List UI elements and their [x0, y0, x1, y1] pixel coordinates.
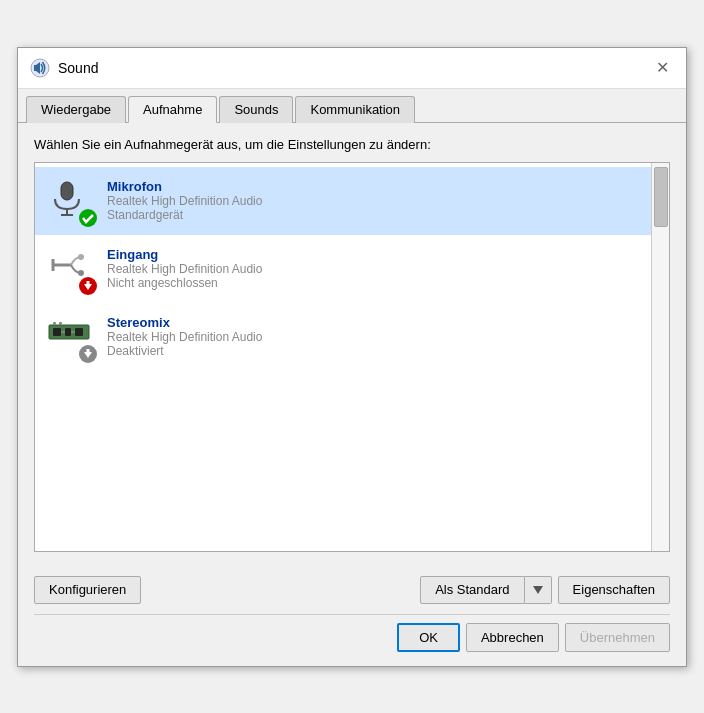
stereomix-status: Deaktiviert	[107, 344, 639, 358]
mikrofon-status: Standardgerät	[107, 208, 639, 222]
tab-aufnahme[interactable]: Aufnahme	[128, 96, 217, 123]
device-item-stereomix[interactable]: Stereomix Realtek High Definition Audio …	[35, 303, 651, 371]
svg-marker-25	[533, 586, 543, 594]
stereomix-icon	[47, 313, 95, 361]
title-bar: Sound ✕	[18, 48, 686, 89]
action-buttons-row: Konfigurieren Als Standard Eigenschaften	[18, 566, 686, 614]
stereomix-name: Stereomix	[107, 315, 639, 330]
stereomix-info: Stereomix Realtek High Definition Audio …	[107, 315, 639, 358]
mikrofon-icon	[47, 177, 95, 225]
ok-button[interactable]: OK	[397, 623, 460, 652]
tab-bar: Wiedergabe Aufnahme Sounds Kommunikation	[18, 89, 686, 123]
title-bar-left: Sound	[30, 58, 98, 78]
svg-rect-2	[34, 65, 36, 71]
svg-rect-3	[61, 182, 73, 200]
svg-rect-17	[75, 328, 83, 336]
als-standard-group: Als Standard	[420, 576, 551, 604]
device-item-mikrofon[interactable]: Mikrofon Realtek High Definition Audio S…	[35, 167, 651, 235]
svg-rect-24	[87, 349, 90, 353]
window-title: Sound	[58, 60, 98, 76]
svg-rect-13	[87, 281, 90, 285]
konfigurieren-button[interactable]: Konfigurieren	[34, 576, 141, 604]
eingang-driver: Realtek High Definition Audio	[107, 262, 639, 276]
mikrofon-name: Mikrofon	[107, 179, 639, 194]
stereomix-driver: Realtek High Definition Audio	[107, 330, 639, 344]
abbrechen-button[interactable]: Abbrechen	[466, 623, 559, 652]
als-standard-dropdown[interactable]	[525, 576, 552, 604]
svg-rect-16	[65, 328, 71, 336]
als-standard-button[interactable]: Als Standard	[420, 576, 524, 604]
mikrofon-info: Mikrofon Realtek High Definition Audio S…	[107, 179, 639, 222]
tab-sounds[interactable]: Sounds	[219, 96, 293, 123]
mikrofon-driver: Realtek High Definition Audio	[107, 194, 639, 208]
svg-rect-21	[59, 322, 62, 325]
tab-kommunikation[interactable]: Kommunikation	[295, 96, 415, 123]
tab-wiedergabe[interactable]: Wiedergabe	[26, 96, 126, 123]
svg-point-6	[79, 209, 97, 227]
eingang-info: Eingang Realtek High Definition Audio Ni…	[107, 247, 639, 290]
eigenschaften-button[interactable]: Eigenschaften	[558, 576, 670, 604]
device-item-eingang[interactable]: Eingang Realtek High Definition Audio Ni…	[35, 235, 651, 303]
svg-point-10	[78, 270, 84, 276]
scrollbar-thumb[interactable]	[654, 167, 668, 227]
device-list-box: Mikrofon Realtek High Definition Audio S…	[34, 162, 670, 552]
sound-icon	[30, 58, 50, 78]
sound-dialog: Sound ✕ Wiedergabe Aufnahme Sounds Kommu…	[17, 47, 687, 667]
eingang-icon	[47, 245, 95, 293]
bottom-buttons-row: OK Abbrechen Übernehmen	[18, 615, 686, 666]
close-button[interactable]: ✕	[650, 56, 674, 80]
uebernehmen-button[interactable]: Übernehmen	[565, 623, 670, 652]
eingang-status: Nicht angeschlossen	[107, 276, 639, 290]
device-list: Mikrofon Realtek High Definition Audio S…	[35, 163, 651, 551]
svg-rect-15	[53, 328, 61, 336]
scrollbar[interactable]	[651, 163, 669, 551]
tab-content: Wählen Sie ein Aufnahmegerät aus, um die…	[18, 123, 686, 566]
instruction-text: Wählen Sie ein Aufnahmegerät aus, um die…	[34, 137, 670, 152]
eingang-name: Eingang	[107, 247, 639, 262]
svg-point-9	[78, 254, 84, 260]
svg-rect-20	[53, 322, 56, 325]
